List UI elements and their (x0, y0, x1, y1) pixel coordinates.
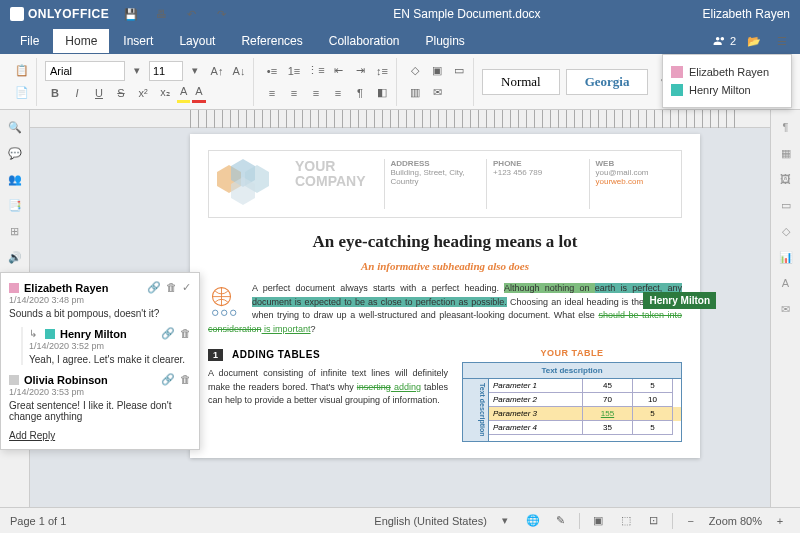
table-block[interactable]: YOUR TABLE Text description Text descrip… (462, 348, 682, 442)
feedback-icon[interactable]: 🔊 (6, 248, 24, 266)
shape-settings-icon[interactable]: ◇ (777, 222, 795, 240)
attach-icon[interactable]: 🔗 (147, 281, 161, 294)
align-center-icon[interactable]: ≡ (284, 83, 304, 103)
user-name: Henry Milton (689, 84, 751, 96)
subscript-icon[interactable]: x₂ (155, 83, 175, 103)
search-icon[interactable]: 🔍 (6, 118, 24, 136)
header-settings-icon[interactable]: ▭ (777, 196, 795, 214)
delete-reply-icon[interactable]: 🗑 (180, 327, 191, 340)
chart-settings-icon[interactable]: 📊 (777, 248, 795, 266)
numbering-icon[interactable]: 1≡ (284, 61, 304, 81)
align-left-icon[interactable]: ≡ (262, 83, 282, 103)
menu-file[interactable]: File (8, 29, 51, 53)
document-page[interactable]: YOUR COMPANY ADDRESS Building, Street, C… (190, 134, 700, 458)
users-icon (713, 34, 727, 48)
print-icon[interactable]: 🖶 (151, 4, 171, 24)
decrease-size-icon[interactable]: A↓ (229, 61, 249, 81)
fit-page-icon[interactable]: ▣ (588, 511, 608, 531)
menu-insert[interactable]: Insert (111, 29, 165, 53)
dec-indent-icon[interactable]: ⇤ (328, 61, 348, 81)
lang-dropdown-icon[interactable]: ▾ (495, 511, 515, 531)
italic-icon[interactable]: I (67, 83, 87, 103)
comments-panel: Elizabeth Rayen 🔗 🗑 ✓ 1/14/2020 3:48 pm … (0, 272, 200, 450)
bullets-icon[interactable]: •≡ (262, 61, 282, 81)
open-location-icon[interactable]: 📂 (744, 31, 764, 51)
menu-layout[interactable]: Layout (167, 29, 227, 53)
multilevel-icon[interactable]: ⋮≡ (306, 61, 326, 81)
font-color-icon[interactable]: A (192, 83, 205, 103)
zoom-out-icon[interactable]: − (681, 511, 701, 531)
paragraph-1[interactable]: A perfect document always starts with a … (208, 282, 682, 336)
plugins-sb-icon[interactable]: ⊞ (6, 222, 24, 240)
justify-icon[interactable]: ≡ (328, 83, 348, 103)
highlight-color-icon[interactable]: A (177, 83, 190, 103)
users-count[interactable]: 2 (713, 34, 736, 48)
track-changes-icon[interactable]: ✎ (551, 511, 571, 531)
align-obj-icon[interactable]: ▭ (449, 61, 469, 81)
align-right-icon[interactable]: ≡ (306, 83, 326, 103)
shading-icon[interactable]: ◧ (372, 83, 392, 103)
insert-shape-icon[interactable]: ◇ (405, 61, 425, 81)
attach-icon[interactable]: 🔗 (161, 373, 175, 386)
resolve-icon[interactable]: ✓ (182, 281, 191, 294)
paste-icon[interactable]: 📄 (12, 83, 32, 103)
undo-icon[interactable]: ↶ (181, 4, 201, 24)
current-user[interactable]: Elizabeth Rayen (703, 7, 790, 21)
strike-icon[interactable]: S (111, 83, 131, 103)
attach-icon[interactable]: 🔗 (161, 327, 175, 340)
zoom-level[interactable]: Zoom 80% (709, 515, 762, 527)
menu-home[interactable]: Home (53, 29, 109, 53)
table-settings-icon[interactable]: ▦ (777, 144, 795, 162)
delete-reply-icon[interactable]: 🗑 (180, 373, 191, 386)
redo-icon[interactable]: ↷ (211, 4, 231, 24)
size-dropdown-icon[interactable]: ▾ (185, 61, 205, 81)
section-text[interactable]: A document consisting of infinite text l… (208, 367, 448, 408)
font-size-select[interactable] (149, 61, 183, 81)
doc-heading-1[interactable]: An eye-catching heading means a lot (208, 232, 682, 252)
view-settings-icon[interactable]: ☰ (772, 31, 792, 51)
style-heading[interactable]: Georgia (566, 69, 649, 95)
comment-user: Elizabeth Rayen (24, 282, 142, 294)
address-value: Building, Street, City, Country (391, 168, 468, 186)
textart-settings-icon[interactable]: A (777, 274, 795, 292)
copy-icon[interactable]: 📋 (12, 61, 32, 81)
language-select[interactable]: English (United States) (374, 515, 487, 527)
columns-icon[interactable]: ▥ (405, 83, 425, 103)
zoom-in-icon[interactable]: + (770, 511, 790, 531)
inc-indent-icon[interactable]: ⇥ (350, 61, 370, 81)
add-reply-button[interactable]: Add Reply (9, 430, 191, 441)
menu-references[interactable]: References (229, 29, 314, 53)
nonprinting-icon[interactable]: ¶ (350, 83, 370, 103)
data-table[interactable]: Text description Text description Parame… (462, 362, 682, 442)
font-family-select[interactable] (45, 61, 125, 81)
increase-size-icon[interactable]: A↑ (207, 61, 227, 81)
delete-comment-icon[interactable]: 🗑 (166, 281, 177, 294)
zoom-100-icon[interactable]: ⊡ (644, 511, 664, 531)
mailmerge-icon[interactable]: ✉ (427, 83, 447, 103)
bold-icon[interactable]: B (45, 83, 65, 103)
comments-icon[interactable]: 💬 (6, 144, 24, 162)
spellcheck-icon[interactable]: 🌐 (523, 511, 543, 531)
fit-width-icon[interactable]: ⬚ (616, 511, 636, 531)
page-indicator[interactable]: Page 1 of 1 (10, 515, 66, 527)
menu-collaboration[interactable]: Collaboration (317, 29, 412, 53)
line-spacing-icon[interactable]: ↕≡ (372, 61, 392, 81)
font-dropdown-icon[interactable]: ▾ (127, 61, 147, 81)
globe-users-icon (208, 284, 244, 320)
doc-heading-2[interactable]: An informative subheading also does (208, 260, 682, 272)
arrange-icon[interactable]: ▣ (427, 61, 447, 81)
paragraph-settings-icon[interactable]: ¶ (777, 118, 795, 136)
image-settings-icon[interactable]: 🖼 (777, 170, 795, 188)
chat-icon[interactable]: 👥 (6, 170, 24, 188)
table-row-highlighted: Parameter 31555 (489, 407, 681, 421)
section-heading[interactable]: 1 ADDING TABLES (208, 348, 448, 361)
save-icon[interactable]: 💾 (121, 4, 141, 24)
style-normal[interactable]: Normal (482, 69, 560, 95)
superscript-icon[interactable]: x² (133, 83, 153, 103)
app-logo: ONLYOFFICE (10, 7, 109, 21)
horizontal-ruler[interactable] (30, 110, 770, 128)
underline-icon[interactable]: U (89, 83, 109, 103)
merge-settings-icon[interactable]: ✉ (777, 300, 795, 318)
menu-plugins[interactable]: Plugins (414, 29, 477, 53)
navigation-icon[interactable]: 📑 (6, 196, 24, 214)
